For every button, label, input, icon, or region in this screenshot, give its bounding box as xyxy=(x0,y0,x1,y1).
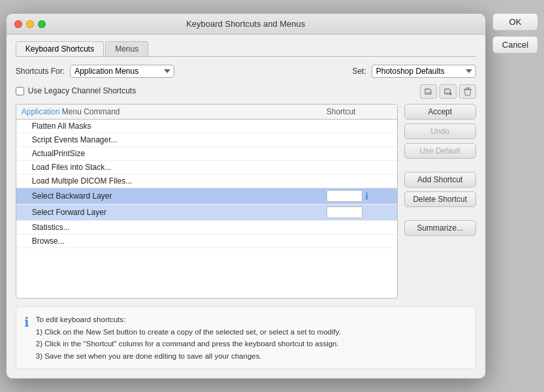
svg-rect-1 xyxy=(426,88,430,90)
accept-button[interactable]: Accept xyxy=(404,104,476,120)
summarize-button[interactable]: Summarize... xyxy=(404,220,476,236)
svg-rect-0 xyxy=(426,92,430,94)
row-shortcut xyxy=(327,206,392,218)
table-row[interactable]: Statistics... xyxy=(16,221,397,235)
table-header: Application Menu Command Shortcut xyxy=(16,105,397,120)
set-label: Set: xyxy=(352,67,366,76)
info-text: To edit keyboard shortcuts: 1) Click on … xyxy=(36,314,341,362)
table-row[interactable]: Script Events Manager... xyxy=(16,133,397,147)
legacy-label: Use Legacy Channel Shortcuts xyxy=(28,86,136,95)
info-line-0: To edit keyboard shortcuts: xyxy=(36,314,341,325)
info-circle-icon: ℹ xyxy=(24,314,29,330)
col-shortcut-header: Shortcut xyxy=(327,107,392,116)
dialog-container: Keyboard Shortcuts and Menus Keyboard Sh… xyxy=(6,13,538,379)
row-command: ActualPrintSize xyxy=(22,149,327,158)
delete-set-icon[interactable] xyxy=(459,84,476,99)
ok-button[interactable]: OK xyxy=(492,13,538,31)
row-command: Select Forward Layer xyxy=(22,208,327,217)
window-title: Keyboard Shortcuts and Menus xyxy=(186,19,305,29)
save-as-icon[interactable] xyxy=(440,84,456,99)
tabs-row: Keyboard Shortcuts Menus xyxy=(16,41,476,57)
window-controls xyxy=(14,20,46,28)
checkbox-row: Use Legacy Channel Shortcuts xyxy=(16,86,136,95)
controls-right: Set: Photoshop Defaults Custom xyxy=(352,65,475,78)
info-icon: ℹ xyxy=(365,191,368,201)
svg-rect-2 xyxy=(446,92,450,94)
add-shortcut-button[interactable]: Add Shortcut xyxy=(404,172,476,188)
dialog-body: Keyboard Shortcuts Menus Shortcuts For: … xyxy=(7,35,485,378)
main-content: Application Menu Command Shortcut Flatte… xyxy=(16,104,476,299)
table-row-selected[interactable]: Select Backward Layer ℹ xyxy=(16,188,397,204)
info-line-1: 1) Click on the New Set button to create… xyxy=(36,326,341,338)
side-buttons: Accept Undo Use Default Add Shortcut Del… xyxy=(404,104,476,299)
maximize-button[interactable] xyxy=(38,20,46,28)
table-row[interactable]: Load Multiple DICOM Files... xyxy=(16,174,397,188)
table-body[interactable]: Flatten All Masks Script Events Manager.… xyxy=(16,120,397,298)
col-command-blue: Application xyxy=(22,107,60,116)
col-command-header: Application Menu Command xyxy=(22,107,327,116)
minimize-button[interactable] xyxy=(26,20,34,28)
info-section: ℹ To edit keyboard shortcuts: 1) Click o… xyxy=(16,306,476,369)
shortcuts-for-select[interactable]: Application Menus Panel Menus Tools xyxy=(70,65,174,78)
use-default-button[interactable]: Use Default xyxy=(404,143,476,159)
table-row[interactable]: ActualPrintSize xyxy=(16,147,397,161)
close-button[interactable] xyxy=(14,20,22,28)
svg-rect-5 xyxy=(466,88,470,89)
save-set-icon[interactable] xyxy=(420,84,437,99)
shortcut-input[interactable] xyxy=(327,206,362,218)
table-row[interactable]: Browse... xyxy=(16,235,397,248)
legacy-checkbox[interactable] xyxy=(16,87,24,95)
svg-rect-3 xyxy=(446,88,449,90)
table-row[interactable]: Flatten All Masks xyxy=(16,120,397,133)
info-line-3: 3) Save the set when you are done editin… xyxy=(36,350,341,362)
icon-toolbar xyxy=(420,84,476,99)
delete-shortcut-button[interactable]: Delete Shortcut xyxy=(404,191,476,207)
set-select[interactable]: Photoshop Defaults Custom xyxy=(372,65,476,78)
row-command: Browse... xyxy=(22,237,327,246)
row-command: Load Multiple DICOM Files... xyxy=(22,176,327,186)
info-line-2: 2) Click in the "Shortcut" column for a … xyxy=(36,338,341,350)
undo-button[interactable]: Undo xyxy=(404,123,476,139)
row-command: Flatten All Masks xyxy=(22,122,327,131)
cancel-button[interactable]: Cancel xyxy=(492,36,538,54)
titlebar: Keyboard Shortcuts and Menus xyxy=(7,14,485,35)
shortcuts-for-label: Shortcuts For: xyxy=(16,67,65,76)
controls-row: Shortcuts For: Application Menus Panel M… xyxy=(16,65,476,78)
row-command: Load Files into Stack... xyxy=(22,163,327,172)
table-row[interactable]: Load Files into Stack... xyxy=(16,161,397,174)
command-table: Application Menu Command Shortcut Flatte… xyxy=(16,104,398,299)
tab-menus[interactable]: Menus xyxy=(105,41,148,56)
row-command: Select Backward Layer xyxy=(22,191,327,201)
tab-keyboard-shortcuts[interactable]: Keyboard Shortcuts xyxy=(16,41,104,56)
row-shortcut: ℹ xyxy=(327,190,392,202)
shortcut-input[interactable] xyxy=(327,190,362,202)
controls-left: Shortcuts For: Application Menus Panel M… xyxy=(16,65,174,78)
checkbox-icons-row: Use Legacy Channel Shortcuts xyxy=(16,84,476,99)
row-command: Script Events Manager... xyxy=(22,135,327,144)
col-command-rest: Menu Command xyxy=(62,107,120,116)
main-dialog: Keyboard Shortcuts and Menus Keyboard Sh… xyxy=(6,13,486,379)
table-row-selected2[interactable]: Select Forward Layer xyxy=(16,204,397,221)
right-buttons: OK Cancel xyxy=(492,13,538,54)
svg-rect-4 xyxy=(464,89,472,90)
row-command: Statistics... xyxy=(22,223,327,232)
